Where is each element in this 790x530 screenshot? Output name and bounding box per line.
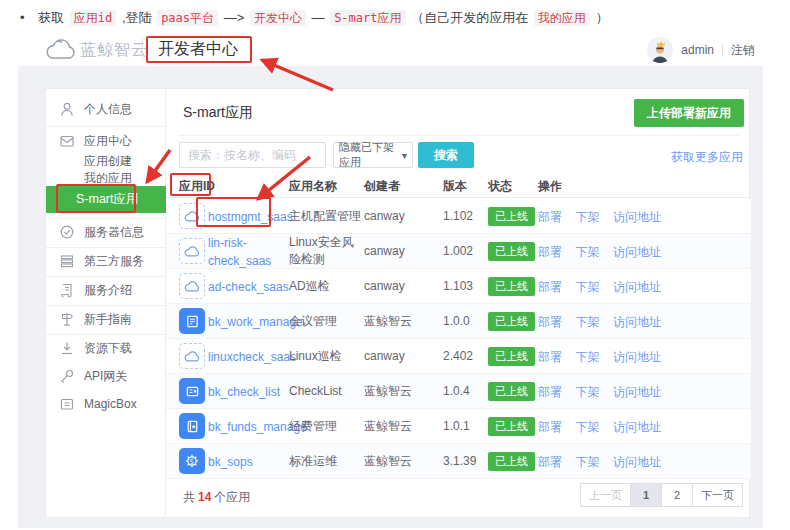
- search-input[interactable]: [179, 142, 326, 168]
- book-app-icon: [179, 413, 205, 439]
- server-check-icon: [59, 224, 75, 240]
- code-app-id: 应用id: [70, 10, 116, 26]
- visit-url-link[interactable]: 访问地址: [613, 420, 661, 434]
- status-badge: 已上线: [488, 277, 535, 296]
- sidebar-item-personal-info[interactable]: 个人信息: [46, 97, 166, 121]
- deploy-link[interactable]: 部署: [538, 455, 562, 469]
- card-app-icon: [179, 378, 205, 404]
- third-party-icon: [59, 253, 75, 269]
- sidebar: 个人信息 应用中心 应用创建 我的应用 S-mart应用 服务器信息: [46, 89, 166, 517]
- content-card: 个人信息 应用中心 应用创建 我的应用 S-mart应用 服务器信息: [45, 88, 750, 518]
- app-version: 1.0.4: [443, 384, 488, 398]
- visit-url-link[interactable]: 访问地址: [613, 280, 661, 294]
- instruction-text: 获取: [38, 10, 64, 25]
- page-2-button[interactable]: 2: [661, 483, 693, 507]
- app-id-link[interactable]: hostmgmt_saas: [208, 210, 293, 224]
- col-creator: 创建者: [364, 178, 443, 195]
- visit-url-link[interactable]: 访问地址: [613, 315, 661, 329]
- status-badge: 已上线: [488, 382, 535, 401]
- page-1-button[interactable]: 1: [630, 483, 662, 507]
- deploy-link[interactable]: 部署: [538, 245, 562, 259]
- deploy-link[interactable]: 部署: [538, 210, 562, 224]
- username[interactable]: admin: [681, 43, 714, 57]
- offline-link[interactable]: 下架: [575, 280, 599, 294]
- app-creator: canway: [364, 349, 443, 363]
- code-paas: paas平台: [157, 10, 218, 26]
- app-creator: 蓝鲸智云: [364, 453, 443, 470]
- sidebar-item-downloads[interactable]: 资源下载: [46, 336, 166, 360]
- deploy-link[interactable]: 部署: [538, 385, 562, 399]
- sidebar-item-my-apps[interactable]: 我的应用: [46, 169, 166, 187]
- sidebar-item-magicbox[interactable]: MagicBox: [46, 392, 166, 416]
- logout-link[interactable]: 注销: [731, 42, 755, 59]
- status-badge: 已上线: [488, 207, 535, 226]
- search-button[interactable]: 搜索: [418, 142, 474, 168]
- app-version: 1.102: [443, 209, 488, 223]
- magicbox-icon: [59, 396, 75, 412]
- user-divider: [722, 44, 723, 56]
- offline-link[interactable]: 下架: [575, 350, 599, 364]
- sidebar-item-service-intro[interactable]: 服务介绍: [46, 278, 166, 302]
- sidebar-item-app-create[interactable]: 应用创建: [46, 151, 166, 171]
- deploy-link[interactable]: 部署: [538, 350, 562, 364]
- visit-url-link[interactable]: 访问地址: [613, 385, 661, 399]
- app-name: CheckList: [289, 384, 364, 398]
- offline-link[interactable]: 下架: [575, 245, 599, 259]
- col-app-name: 应用名称: [289, 178, 364, 195]
- offline-link[interactable]: 下架: [575, 455, 599, 469]
- next-page-button[interactable]: 下一页: [692, 483, 743, 507]
- app-name: AD巡检: [289, 278, 364, 295]
- table-row: hostmgmt_saas 主机配置管理 canway 1.102 已上线 部署…: [166, 199, 751, 234]
- cloud-app-icon: [179, 203, 205, 229]
- status-badge: 已上线: [488, 452, 535, 471]
- deploy-link[interactable]: 部署: [538, 280, 562, 294]
- filter-dropdown[interactable]: 隐藏已下架应用: [333, 142, 413, 168]
- app-center-icon: [59, 133, 75, 149]
- app-id-link[interactable]: bk_sops: [208, 455, 253, 469]
- code-smart-app: S-mart应用: [330, 10, 405, 26]
- sidebar-divider: [46, 276, 166, 277]
- upload-deploy-button[interactable]: 上传部署新应用: [634, 99, 744, 127]
- dev-center-title[interactable]: 开发者中心: [158, 39, 238, 60]
- sidebar-divider: [46, 334, 166, 335]
- sidebar-item-server-info[interactable]: 服务器信息: [46, 220, 166, 244]
- visit-url-link[interactable]: 访问地址: [613, 350, 661, 364]
- sidebar-item-guide[interactable]: 新手指南: [46, 307, 166, 331]
- prev-page-button[interactable]: 上一页: [580, 483, 631, 507]
- app-id-link[interactable]: linuxcheck_saas: [208, 350, 296, 364]
- sidebar-item-api-gateway[interactable]: API网关: [46, 364, 166, 388]
- offline-link[interactable]: 下架: [575, 385, 599, 399]
- offline-link[interactable]: 下架: [575, 210, 599, 224]
- download-icon: [59, 340, 75, 356]
- deploy-link[interactable]: 部署: [538, 315, 562, 329]
- blueking-logo-cloud-icon: [44, 38, 76, 61]
- col-version: 版本: [443, 178, 488, 195]
- visit-url-link[interactable]: 访问地址: [613, 245, 661, 259]
- code-dev-center: 开发中心: [250, 10, 306, 26]
- app-id-link[interactable]: bk_check_list: [208, 385, 280, 399]
- col-status: 状态: [488, 178, 538, 195]
- sidebar-item-smart-apps[interactable]: S-mart应用: [46, 186, 166, 213]
- visit-url-link[interactable]: 访问地址: [613, 455, 661, 469]
- app-version: 1.0.0: [443, 314, 488, 328]
- offline-link[interactable]: 下架: [575, 420, 599, 434]
- app-creator: canway: [364, 244, 443, 258]
- get-more-apps-link[interactable]: 获取更多应用: [671, 149, 743, 166]
- cloud-app-icon: [179, 238, 205, 264]
- offline-link[interactable]: 下架: [575, 315, 599, 329]
- deploy-link[interactable]: 部署: [538, 420, 562, 434]
- app-id-link[interactable]: lin-risk-check_saas: [208, 236, 271, 268]
- cloud-app-icon: [179, 273, 205, 299]
- app-id-link[interactable]: ad-check_saas: [208, 280, 289, 294]
- app-name: 主机配置管理: [289, 208, 364, 225]
- sidebar-item-third-party[interactable]: 第三方服务: [46, 249, 166, 273]
- chevron-down-icon: [402, 149, 407, 161]
- instruction-line: • 获取 应用id ,登陆 paas平台 —> 开发中心 — S-mart应用 …: [20, 8, 608, 28]
- pagination: 上一页 1 2 下一页: [581, 483, 743, 507]
- table-row: bk_funds_manage 经费管理 蓝鲸智云 1.0.1 已上线 部署 下…: [166, 409, 751, 444]
- visit-url-link[interactable]: 访问地址: [613, 210, 661, 224]
- app-name: Linux巡检: [289, 348, 364, 365]
- sidebar-item-app-center[interactable]: 应用中心: [46, 130, 166, 152]
- gear-app-icon: [179, 448, 205, 474]
- avatar[interactable]: [647, 37, 673, 63]
